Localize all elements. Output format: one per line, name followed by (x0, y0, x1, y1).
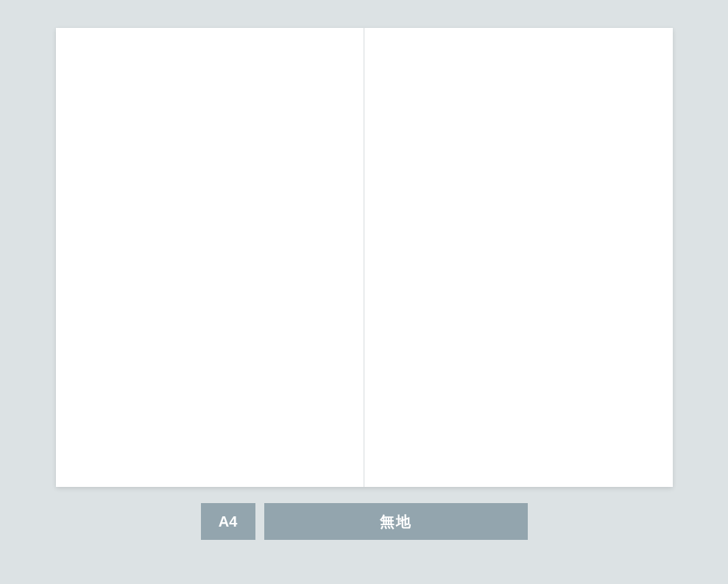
label-row: A4 無地 (201, 503, 528, 540)
page-spread (56, 28, 673, 487)
size-label: A4 (201, 503, 255, 540)
style-label: 無地 (264, 503, 528, 540)
page-left (56, 28, 365, 487)
page-right (364, 28, 673, 487)
